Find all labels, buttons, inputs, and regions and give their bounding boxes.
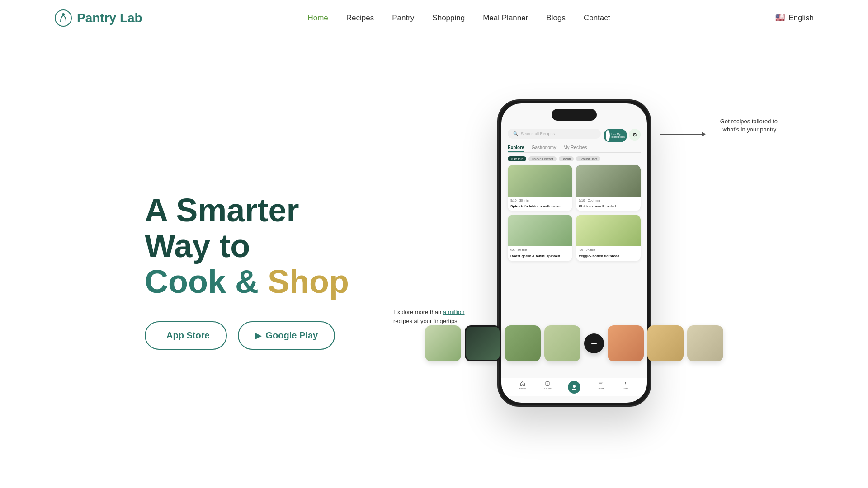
svg-point-3 xyxy=(573,385,576,388)
nav-recipes[interactable]: Recipes xyxy=(346,14,374,22)
recipe-card-4-info: 9/9 25 min xyxy=(576,246,641,254)
heading-amp: & xyxy=(226,263,268,300)
recipe-card-1-title: Spicy tofu tahini noodle salad xyxy=(508,204,572,211)
use-ingredients-toggle[interactable]: Use My Ingredients xyxy=(604,129,627,142)
food-thumb-1[interactable] xyxy=(425,325,461,361)
navigation: Pantry Lab Home Recipes Pantry Shopping … xyxy=(0,0,868,36)
food-thumb-5[interactable] xyxy=(608,325,644,361)
nav-profile-icon[interactable] xyxy=(568,381,580,394)
logo[interactable]: Pantry Lab xyxy=(54,9,142,27)
svg-point-0 xyxy=(55,10,71,26)
language-selector[interactable]: 🇺🇸 English xyxy=(775,13,814,23)
language-label: English xyxy=(788,14,814,23)
heading-line3: Cook & Shop xyxy=(145,264,349,300)
nav-filter-icon[interactable]: Filter xyxy=(596,381,605,390)
tab-explore[interactable]: Explore xyxy=(508,145,524,152)
nav-shopping[interactable]: Shopping xyxy=(432,14,465,22)
filter-chips: < 45 min Chicken Breast Bacon Ground Bee… xyxy=(508,156,641,161)
recipe-card-2-image xyxy=(576,165,641,197)
svg-point-6 xyxy=(625,385,626,385)
card4-rating: 9/9 xyxy=(579,249,583,252)
toggle-circle xyxy=(606,130,610,141)
svg-rect-2 xyxy=(546,381,549,385)
recipe-card-2-title: Chicken noodle salad xyxy=(576,204,641,211)
callout-bottom-text: Explore more than a million xyxy=(393,308,465,317)
recipe-card-3-info: 9/5 45 min xyxy=(508,246,572,254)
googleplay-label: Google Play xyxy=(266,330,318,341)
phone-toggle-area: Use My Ingredients ⚙ xyxy=(604,129,641,142)
card3-time: 45 min xyxy=(518,249,527,252)
phone-notch xyxy=(552,109,597,121)
nav-home[interactable]: Home xyxy=(307,14,328,22)
callout-top: Get recipes tailored to what's in your p… xyxy=(720,117,778,134)
svg-point-4 xyxy=(625,382,626,383)
card1-rating: 9/10 xyxy=(510,199,517,202)
play-icon: ▶ xyxy=(255,331,261,341)
logo-text: Pantry Lab xyxy=(77,11,142,25)
phone-bottom-nav: Home Saved Filter xyxy=(501,378,647,396)
recipe-card-2-info: 7/10 Cool min xyxy=(576,197,641,204)
nav-save-icon[interactable]: Saved xyxy=(543,381,552,390)
search-icon: 🔍 xyxy=(513,131,518,136)
recipe-card-4-image xyxy=(576,215,641,246)
recipe-card-1[interactable]: 9/10 30 min Spicy tofu tahini noodle sal… xyxy=(508,165,572,211)
food-thumbnails-strip: + xyxy=(425,325,723,361)
svg-point-1 xyxy=(62,13,65,16)
heading-line1: A Smarter xyxy=(145,192,349,228)
recipe-card-3-image xyxy=(508,215,572,246)
recipe-card-1-info: 9/10 30 min xyxy=(508,197,572,204)
nav-blogs[interactable]: Blogs xyxy=(546,14,566,22)
callout-bottom-sub: recipes at your fingertips. xyxy=(393,317,465,326)
card4-time: 25 min xyxy=(586,249,595,252)
phone-search-bar[interactable]: 🔍 Search all Recipes xyxy=(508,129,601,139)
chip-beef[interactable]: Ground Beef xyxy=(576,156,600,161)
svg-point-5 xyxy=(625,383,626,384)
card2-rating: 7/10 xyxy=(579,199,585,202)
phone-search-placeholder: Search all Recipes xyxy=(521,131,555,136)
card1-time: 30 min xyxy=(519,199,529,202)
heading-shop: Shop xyxy=(268,263,349,300)
chip-chicken[interactable]: Chicken Breast xyxy=(528,156,556,161)
hero-section: A Smarter Way to Cook & Shop App Store ▶… xyxy=(0,36,868,470)
hero-phone-area: Get recipes tailored to what's in your p… xyxy=(452,90,769,416)
chip-bacon[interactable]: Bacon xyxy=(559,156,574,161)
callout-bottom: Explore more than a million recipes at y… xyxy=(393,308,465,325)
food-thumb-7[interactable] xyxy=(687,325,723,361)
food-thumb-2[interactable] xyxy=(465,325,501,361)
chip-time[interactable]: < 45 min xyxy=(508,156,526,161)
nav-links: Home Recipes Pantry Shopping Meal Planne… xyxy=(307,14,610,23)
recipe-card-3[interactable]: 9/5 45 min Roast garlic & tahini spinach xyxy=(508,215,572,261)
nav-meal-planner[interactable]: Meal Planner xyxy=(483,14,528,22)
hero-content: A Smarter Way to Cook & Shop App Store ▶… xyxy=(145,156,349,350)
callout-top-arrow xyxy=(660,134,705,135)
recipe-card-2[interactable]: 7/10 Cool min Chicken noodle salad xyxy=(576,165,641,211)
callout-top-line1: Get recipes tailored to xyxy=(720,117,778,126)
recipe-cards-grid: 9/10 30 min Spicy tofu tahini noodle sal… xyxy=(508,165,641,261)
card3-rating: 9/5 xyxy=(510,249,515,252)
million-link[interactable]: a million xyxy=(443,309,465,315)
appstore-label: App Store xyxy=(166,330,210,341)
hero-heading: A Smarter Way to Cook & Shop xyxy=(145,192,349,300)
nav-contact[interactable]: Contact xyxy=(584,14,610,22)
recipe-card-4[interactable]: 9/9 25 min Veggie-loaded flatbread xyxy=(576,215,641,261)
tab-my-recipes[interactable]: My Recipes xyxy=(563,145,587,152)
add-recipe-button[interactable]: + xyxy=(584,333,604,353)
googleplay-button[interactable]: ▶ Google Play xyxy=(238,321,335,350)
appstore-button[interactable]: App Store xyxy=(145,321,227,350)
card2-time: Cool min xyxy=(588,199,600,202)
phone-tabs: Explore Gastronomy My Recipes xyxy=(508,145,641,153)
nav-more-icon[interactable]: More xyxy=(621,381,630,390)
food-thumb-4[interactable] xyxy=(544,325,580,361)
cta-buttons: App Store ▶ Google Play xyxy=(145,321,349,350)
logo-icon xyxy=(54,9,72,27)
heading-cook: Cook xyxy=(145,263,226,300)
filter-button[interactable]: ⚙ xyxy=(629,129,641,141)
recipe-card-3-title: Roast garlic & tahini spinach xyxy=(508,254,572,261)
food-thumb-6[interactable] xyxy=(647,325,684,361)
nav-pantry[interactable]: Pantry xyxy=(392,14,414,22)
flag-icon: 🇺🇸 xyxy=(775,13,785,23)
food-thumb-3[interactable] xyxy=(505,325,541,361)
recipe-card-4-title: Veggie-loaded flatbread xyxy=(576,254,641,261)
tab-gastronomy[interactable]: Gastronomy xyxy=(532,145,556,152)
nav-home-icon[interactable]: Home xyxy=(518,381,527,390)
